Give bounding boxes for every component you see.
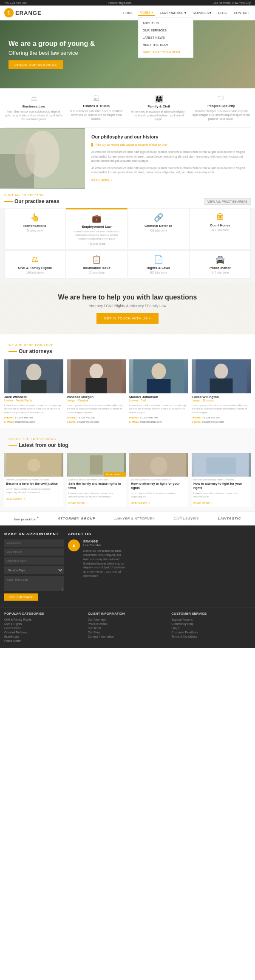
blog-author-1: Edit was posted by Arben Johnson bbox=[67, 477, 126, 482]
form-message-textarea[interactable] bbox=[4, 576, 64, 591]
footer-client-link-2[interactable]: Our Team bbox=[88, 627, 167, 630]
blog-read-1[interactable]: READ MORE + bbox=[67, 502, 89, 507]
services-row: ⚖ Business Law Nam liber tempor cum solu… bbox=[0, 88, 255, 127]
svg-rect-19 bbox=[90, 455, 103, 474]
footer-customer-title: Customer Service bbox=[171, 612, 251, 616]
attorney-photo-3 bbox=[192, 359, 251, 393]
blog-desc-0: Lorem ipsum dolor sit amet consectetur a… bbox=[4, 487, 63, 496]
footer-about-content: E ERANGELaw Chamber Maecenas lorem dolor… bbox=[68, 539, 128, 578]
blog-image-2 bbox=[129, 453, 188, 477]
dropdown-menu: ABOUT US OUR SERVICES LATEST NEWS MEET T… bbox=[138, 17, 193, 58]
logo-circle: E bbox=[4, 8, 14, 17]
service-item-0: ⚖ Business Law Nam liber tempor cum solu… bbox=[4, 95, 63, 121]
footer-customer-link-3[interactable]: Customer Feedback bbox=[171, 631, 251, 634]
footer-appointment-title: Make An Appointment bbox=[4, 532, 64, 536]
cta-button[interactable]: GET IN TOUCH WITH US + bbox=[96, 313, 159, 324]
practise-name-2: Criminal Defense bbox=[132, 224, 185, 228]
nav-pages[interactable]: PAGES ▾ ABOUT US OUR SERVICES LATEST NEW… bbox=[138, 10, 155, 16]
attorney-email-2: E-MAIL: email@erange.com bbox=[129, 420, 188, 424]
logo[interactable]: E ERANGE bbox=[4, 8, 42, 17]
practise-count-3: 141 jobs done bbox=[193, 229, 247, 232]
dropdown-team[interactable]: MEET THE TEAM bbox=[139, 41, 193, 48]
dropdown-about[interactable]: ABOUT US bbox=[139, 20, 193, 27]
practise-icon-2: 🔗 bbox=[132, 213, 185, 222]
practise-item-6: 📄 Rights & Laws 205 jobs done bbox=[128, 250, 189, 279]
practise-item-4: ⚖ Civil & Family Rights 196 jobs done bbox=[4, 250, 65, 279]
practise-desc-1: Lorem ipsum dolor sit amet consectetur a… bbox=[70, 230, 123, 240]
attorney-name-3: Lukas Willington bbox=[192, 395, 251, 399]
footer-about-title: About Us bbox=[68, 532, 128, 536]
form-date-input[interactable] bbox=[4, 557, 64, 565]
email: info@erange.com bbox=[108, 1, 131, 4]
service-title-3: Peoples Security bbox=[192, 104, 251, 108]
blog-card-0: Review was posted by Arben Johnson Becom… bbox=[4, 453, 63, 507]
practise-item-5: 📋 Insureance Issue 52 jobs done bbox=[66, 250, 127, 279]
form-submit-button[interactable]: SEND MESSAGE bbox=[4, 593, 38, 601]
dropdown-services[interactable]: OUR SERVICES bbox=[139, 27, 193, 34]
view-all-button[interactable]: VIEW ALL PRACTISE AREAS bbox=[204, 198, 251, 205]
blog-read-2[interactable]: READ MORE + bbox=[129, 502, 152, 507]
dropdown-news[interactable]: LATEST NEWS bbox=[139, 34, 193, 41]
attorney-name-2: Markus Johanson bbox=[129, 395, 188, 399]
navigation: HOME PAGES ▾ ABOUT US OUR SERVICES LATES… bbox=[122, 10, 251, 16]
blog-title-0: Become a hero for the civil justice bbox=[4, 482, 63, 487]
philosophy-read-more[interactable]: READ MORE + bbox=[91, 179, 112, 182]
footer-client-link-4[interactable]: Contact Information bbox=[88, 635, 167, 638]
footer-popular-link-4[interactable]: Estate Law bbox=[4, 635, 84, 638]
footer-about-widget: About Us E ERANGELaw Chamber Maecenas lo… bbox=[68, 532, 128, 601]
svg-rect-12 bbox=[147, 379, 171, 393]
blog-read-0[interactable]: READ MORE + bbox=[4, 497, 27, 503]
blog-read-3[interactable]: READ MORE + bbox=[192, 502, 214, 507]
practise-name-4: Civil & Family Rights bbox=[8, 266, 62, 270]
footer-customer-link-1[interactable]: Community Help bbox=[171, 622, 251, 625]
blog-image-0 bbox=[4, 453, 63, 477]
cta-title: We are here to help you with law questio… bbox=[8, 294, 246, 301]
footer-client-col: Client Information Our Attorneys Practic… bbox=[88, 612, 167, 644]
footer-customer-link-4[interactable]: Terms & Conditions bbox=[171, 635, 251, 638]
footer-popular-link-2[interactable]: Court House bbox=[4, 627, 84, 630]
attorney-name-1: Vanessa Murglin bbox=[67, 395, 126, 399]
practise-count-0: Display done bbox=[8, 229, 62, 232]
form-name-input[interactable] bbox=[4, 539, 64, 547]
footer-client-title: Client Information bbox=[88, 612, 167, 616]
blog-section: check the latest news Latest from our bl… bbox=[0, 428, 255, 511]
philosophy-quote: "We try to make the world a secure place… bbox=[91, 143, 249, 147]
form-phone-input[interactable] bbox=[4, 548, 64, 556]
attorneys-section: we are here for love Our attorneys Jack … bbox=[0, 334, 255, 428]
footer-form: Service Type SEND MESSAGE bbox=[4, 539, 64, 601]
hero-cta-button[interactable]: CHECK OUR SERVICES bbox=[8, 60, 63, 69]
practise-item-3: 🏛 Court House 141 jobs done bbox=[190, 208, 251, 250]
form-service-select[interactable]: Service Type bbox=[4, 566, 64, 574]
svg-point-11 bbox=[152, 363, 166, 379]
philosophy-text1: At vero eos et accusam et iusto odio dig… bbox=[91, 150, 249, 164]
blog-card-2: Biz was powered by Arben Johnson How to … bbox=[129, 453, 188, 507]
footer-popular-link-5[interactable]: Police Matter bbox=[4, 639, 84, 642]
blog-card-1: READ MORE + Edit was posted by Arben Joh… bbox=[67, 453, 126, 507]
attorney-email-3: E-MAIL: email@erange.com bbox=[192, 420, 251, 424]
nav-law[interactable]: LAW PRACTISE ▾ bbox=[158, 10, 188, 16]
footer-popular-link-3[interactable]: Criminal Defense bbox=[4, 631, 84, 634]
nav-blog[interactable]: BLOG bbox=[216, 10, 229, 16]
nav-home[interactable]: HOME bbox=[122, 10, 135, 16]
attorney-desc-3: Lorem ipsum dolor sit amet consectetur a… bbox=[192, 404, 251, 414]
attorney-card-2: Markus Johanson Lawyer - Civil Lorem ips… bbox=[129, 359, 188, 424]
footer-client-link-3[interactable]: Our Blog bbox=[88, 631, 167, 634]
footer-customer-link-2[interactable]: FAQs bbox=[171, 627, 251, 630]
nav-services[interactable]: SERVICES ▾ bbox=[191, 10, 213, 16]
practise-count-6: 205 jobs done bbox=[132, 271, 185, 274]
blog-label: check the latest news bbox=[4, 432, 251, 441]
service-title-0: Business Law bbox=[4, 104, 63, 108]
dropdown-appointment[interactable]: MAKE AN APPOINTMENT bbox=[139, 48, 193, 56]
footer-customer-link-0[interactable]: Support Forums bbox=[171, 618, 251, 621]
footer-popular-col: Popular Categories Civil & Family Rights… bbox=[4, 612, 84, 644]
nav-contact[interactable]: CONTACT bbox=[232, 10, 251, 16]
footer-popular-link-1[interactable]: Law & Rights bbox=[4, 622, 84, 625]
footer-client-link-1[interactable]: Practice Areas bbox=[88, 622, 167, 625]
footer-client-link-0[interactable]: Our Attorneys bbox=[88, 618, 167, 621]
svg-point-8 bbox=[90, 364, 103, 379]
attorney-phone-1: PHONE: +1 124 456 789 bbox=[67, 416, 126, 420]
attorney-role-2: Lawyer - Civil bbox=[129, 399, 188, 402]
footer-popular-link-0[interactable]: Civil & Family Rights bbox=[4, 618, 84, 621]
practise-label: VISIT ALL IN SECTION bbox=[0, 189, 255, 197]
svg-point-5 bbox=[26, 364, 42, 381]
